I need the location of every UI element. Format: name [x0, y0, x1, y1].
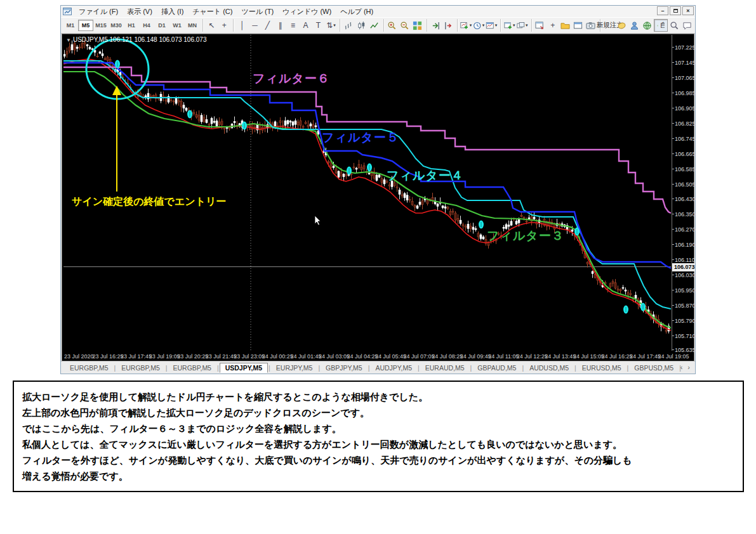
line-chart-icon[interactable]: [368, 19, 381, 32]
timeframe-button-m15[interactable]: M15: [93, 20, 109, 31]
dropdown-arrow-icon[interactable]: ▾: [333, 23, 336, 28]
menu-item[interactable]: ヘルプ (H): [336, 6, 378, 17]
chart-tab-gbpjpy[interactable]: GBPJPY,M5: [321, 363, 368, 372]
time-axis[interactable]: 23 Jul 202023 Jul 16:2523 Jul 17:4523 Ju…: [63, 351, 694, 361]
chart-tab-usdjpy[interactable]: USDJPY,M5: [220, 363, 268, 373]
new-order-button[interactable]: 新規注文: [602, 19, 616, 32]
trendline-icon[interactable]: ╱: [261, 19, 274, 32]
candle-body: [475, 229, 477, 230]
candle-body: [609, 283, 611, 287]
candle-body: [66, 52, 68, 55]
deposit-icon[interactable]: [616, 19, 628, 32]
auto-trading-button[interactable]: 自動売買: [654, 19, 668, 32]
timeframe-button-d1[interactable]: D1: [154, 20, 169, 31]
candle-body: [79, 47, 81, 48]
menu-item[interactable]: 表示 (V): [123, 6, 157, 17]
periods-icon[interactable]: ▾: [472, 19, 485, 32]
timeframe-button-h1[interactable]: H1: [124, 20, 139, 31]
chart-tab-eurusd[interactable]: EURUSD,M5: [577, 363, 627, 372]
price-label: 106.745: [675, 136, 696, 142]
search-icon[interactable]: [668, 19, 680, 32]
timeframe-button-m30[interactable]: M30: [109, 20, 124, 31]
text-icon[interactable]: A: [299, 19, 312, 32]
menu-item[interactable]: ツール (T): [237, 6, 278, 17]
chart-caret-icon[interactable]: ▼: [66, 37, 71, 43]
fibonacci-icon[interactable]: ≡: [286, 19, 299, 32]
dropdown-arrow-icon[interactable]: ▾: [482, 23, 485, 28]
chart-tab-eurgbp[interactable]: EURGBP,M5: [116, 363, 165, 372]
menu-item[interactable]: 挿入 (I): [157, 6, 188, 17]
candle-body: [612, 282, 614, 283]
community-icon[interactable]: [628, 19, 641, 32]
dropdown-arrow-icon[interactable]: ▾: [513, 23, 515, 28]
zoom-in-icon[interactable]: [386, 19, 399, 32]
candle-body: [284, 121, 286, 126]
candle-body: [355, 168, 357, 169]
new-chart-icon[interactable]: ▾: [503, 19, 516, 32]
candle-body: [173, 101, 175, 101]
candle-body: [622, 287, 624, 289]
label-icon[interactable]: T: [312, 19, 324, 32]
auto-scroll-icon[interactable]: [429, 19, 442, 32]
arrow-objects-icon[interactable]: ⇅▾: [324, 19, 337, 32]
timeframe-button-w1[interactable]: W1: [169, 20, 185, 31]
vertical-line-icon[interactable]: │: [235, 19, 248, 32]
candle-body: [518, 219, 520, 223]
screenshot-icon[interactable]: [585, 19, 597, 32]
bar-chart-icon[interactable]: [343, 19, 355, 32]
tile-windows-icon[interactable]: [411, 19, 424, 32]
channel-icon[interactable]: ∥: [274, 19, 286, 32]
menu-item[interactable]: ファイル (F): [74, 6, 123, 17]
crosshair-icon[interactable]: +: [218, 19, 230, 32]
tab-scroll-right-icon[interactable]: ›: [687, 363, 690, 371]
chart-tab-gbpusd[interactable]: GBPUSD,M5: [629, 363, 679, 372]
close-button[interactable]: ×: [682, 6, 694, 15]
chart-shift-icon[interactable]: [442, 19, 454, 32]
templates-icon[interactable]: ▾: [485, 19, 498, 32]
candle-body: [378, 175, 380, 178]
candlestick-chart-icon[interactable]: [355, 19, 368, 32]
dropdown-arrow-icon[interactable]: ▾: [470, 23, 472, 28]
indicators-icon[interactable]: ▾: [460, 19, 472, 32]
tab-scroll-left-icon[interactable]: ‹: [680, 363, 683, 371]
dropdown-arrow-icon[interactable]: ▾: [526, 23, 528, 28]
chart-tab-eurjpy[interactable]: EURJPY,M5: [271, 363, 318, 372]
timeframe-button-m5[interactable]: M5: [78, 20, 93, 31]
timeframe-button-m1[interactable]: M1: [63, 20, 78, 31]
chart-tab-euraud[interactable]: EURAUD,M5: [420, 363, 470, 372]
candle-body: [521, 215, 522, 216]
dropdown-arrow-icon[interactable]: ▾: [495, 23, 498, 28]
pointer-icon[interactable]: ↖: [205, 19, 218, 32]
strategy-tester-icon[interactable]: [534, 19, 547, 32]
chat-icon[interactable]: [680, 19, 693, 32]
chart-window: ▼USDJPY,M5 106.121 106.148 106.073 106.0…: [62, 34, 694, 361]
candle-body: [414, 205, 416, 207]
data-window-icon[interactable]: [572, 19, 585, 32]
chart-tab-eurgbp[interactable]: EURGBP,M5: [65, 363, 114, 372]
horizontal-line-icon[interactable]: ─: [248, 19, 261, 32]
time-label: 23 Jul 2020: [64, 353, 94, 360]
candle-body: [338, 171, 340, 177]
chart-tab-eurgbp[interactable]: EURGBP,M5: [168, 363, 216, 372]
move-chart-icon[interactable]: +: [547, 19, 559, 32]
menu-item[interactable]: ウィンドウ (W): [278, 6, 336, 17]
annotation-filter3: フィルター３: [487, 228, 564, 244]
profiles-icon[interactable]: ▾: [516, 19, 529, 32]
chart-canvas[interactable]: ▼USDJPY,M5 106.121 106.148 106.073 106.0…: [63, 35, 671, 351]
restore-button[interactable]: [670, 6, 681, 15]
zoom-out-icon[interactable]: [399, 19, 411, 32]
candle-body: [302, 126, 304, 127]
candle-body: [442, 206, 444, 208]
price-label: 106.030: [675, 272, 696, 278]
mql5-icon[interactable]: [641, 19, 654, 32]
price-scale[interactable]: 107.225107.145107.065106.985106.905106.8…: [672, 35, 694, 351]
minimize-button[interactable]: –: [657, 6, 668, 15]
chart-tab-gbpaud[interactable]: GBPAUD,M5: [472, 363, 521, 372]
chart-tab-audusd[interactable]: AUDUSD,M5: [524, 363, 574, 372]
market-watch-icon[interactable]: [559, 19, 572, 32]
price-label: 105.950: [675, 287, 696, 294]
timeframe-button-h4[interactable]: H4: [139, 20, 154, 31]
menu-item[interactable]: チャート (C): [188, 6, 237, 17]
timeframe-button-mn[interactable]: MN: [185, 20, 200, 31]
chart-tab-audjpy[interactable]: AUDJPY,M5: [370, 363, 417, 372]
